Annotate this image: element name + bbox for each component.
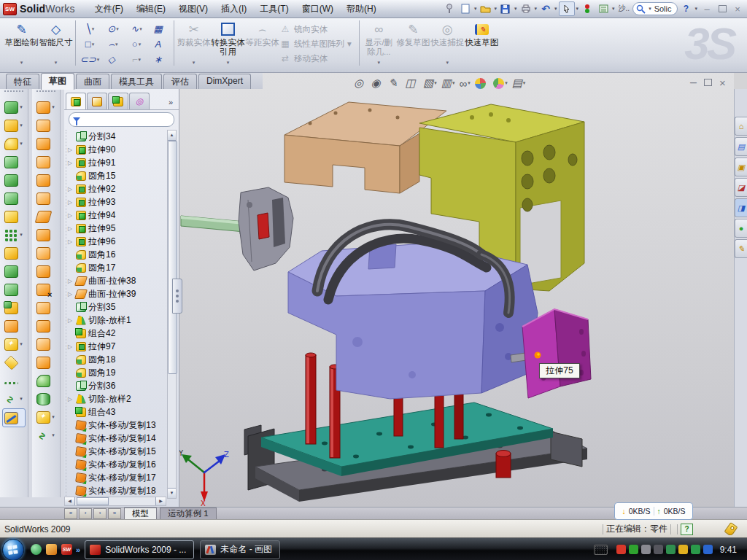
line-tool-icon[interactable]: ╲▾: [78, 21, 101, 36]
feature-tree-item[interactable]: ▷ 分割36: [68, 379, 169, 392]
smart-dimension-button[interactable]: ◇ 智能尺寸▾: [39, 19, 73, 67]
offset-surface-icon[interactable]: ▾: [35, 226, 57, 244]
ribbon-tab[interactable]: 曲面: [76, 74, 109, 89]
open-dropdown[interactable]: ▾: [494, 6, 497, 12]
planar-surface-icon[interactable]: ▾: [35, 208, 57, 225]
shell-icon[interactable]: ▾: [3, 190, 25, 207]
expand-arrow-icon[interactable]: ▷: [68, 225, 74, 232]
extruded-cut-icon[interactable]: ▾: [3, 117, 25, 134]
feature-tree-item[interactable]: ▷ 拉伸94: [68, 209, 169, 222]
display-delete-relations-button[interactable]: ∞ 显示/删除几...▾: [362, 19, 396, 67]
feature-tree-item[interactable]: ▷ 拉伸90: [68, 143, 169, 156]
tool-dropdown[interactable]: ▾: [52, 432, 55, 438]
quick-launch-overflow-chevron[interactable]: »: [76, 545, 80, 554]
split-feature-icon[interactable]: ▾: [3, 281, 25, 298]
ribbon-tab[interactable]: 评估: [163, 74, 197, 89]
ribbon-tab[interactable]: 草图: [41, 73, 74, 90]
mirror-entities-button[interactable]: ⚠ 镜向实体: [279, 23, 352, 36]
toolbox-icon[interactable]: ◪: [735, 178, 747, 197]
replace-face-icon[interactable]: ▾: [35, 299, 57, 316]
apply-scene-icon[interactable]: ▾: [493, 78, 508, 89]
feature-tree-item[interactable]: ▷ 拉伸93: [68, 195, 169, 209]
surface-revolve-icon[interactable]: ▾: [35, 117, 57, 134]
delete-face-icon[interactable]: ▾: [35, 281, 57, 298]
doc-minimize-button[interactable]: –: [690, 76, 697, 89]
quick-launch-messenger-icon[interactable]: [31, 544, 42, 555]
volume-icon[interactable]: [654, 545, 663, 554]
network-icon[interactable]: [666, 545, 676, 554]
menu-item[interactable]: 编辑(E): [130, 1, 172, 18]
taskbar-window-button[interactable]: 未命名 - 画图: [200, 540, 280, 559]
menu-item[interactable]: 视图(V): [172, 1, 214, 18]
view-settings-icon[interactable]: ▤▾: [512, 77, 526, 90]
view-orientation-icon[interactable]: ▧▾: [423, 77, 437, 90]
app-restore-button[interactable]: [716, 3, 729, 15]
truncated-toolbar-label[interactable]: 沙..: [619, 4, 630, 14]
fillet-feature-icon[interactable]: ▾: [3, 135, 25, 152]
design-library-icon[interactable]: ▣: [735, 158, 747, 176]
repair-sketch-button[interactable]: ✎ 修复草图: [396, 19, 430, 67]
point-ref-icon[interactable]: ▾: [3, 354, 25, 371]
tag-icon[interactable]: [724, 522, 738, 537]
print-icon[interactable]: [519, 2, 533, 15]
combine-feature-icon[interactable]: ▾: [3, 299, 25, 316]
sketch-tool-dropdown[interactable]: ▾: [139, 57, 142, 63]
bodies-icon[interactable]: ▾: [3, 262, 25, 280]
tool-dropdown[interactable]: ▾: [52, 104, 55, 110]
feature-tree-item[interactable]: ▷ 圆角15: [68, 169, 169, 182]
pattern-dropdown[interactable]: ▾: [347, 39, 352, 49]
more-tabs-button[interactable]: »: [169, 98, 177, 109]
scroll-up-button[interactable]: ▲: [168, 131, 176, 141]
feature-tree-item[interactable]: ▷ 实体-移动/复制13: [68, 419, 169, 432]
swept-boss-icon[interactable]: ▾: [3, 153, 25, 171]
circle-tool-icon[interactable]: ⊙▾: [101, 21, 125, 36]
view-tool-dropdown[interactable]: ▾: [452, 80, 455, 86]
sketch-draw-button[interactable]: ✎ 草图绘制▾: [4, 19, 39, 67]
reference-icon[interactable]: ▾: [35, 408, 57, 426]
menu-item[interactable]: 文件(F): [88, 1, 130, 18]
feature-tree-item[interactable]: ▷ 实体-移动/复制18: [68, 484, 169, 497]
view-tool-dropdown[interactable]: ▾: [505, 80, 508, 86]
expand-arrow-icon[interactable]: ▷: [68, 291, 74, 298]
rapid-sketch-button[interactable]: ✎ 快速草图: [465, 19, 499, 67]
search-input[interactable]: Solic: [654, 4, 672, 13]
feature-tree-item[interactable]: ▷ 分割34: [68, 130, 169, 143]
help-icon[interactable]: ?: [678, 2, 693, 15]
sketch-tool-dropdown[interactable]: ▾: [115, 42, 118, 47]
reference-geometry-icon[interactable]: ▾: [3, 335, 25, 353]
pin-toolbar-icon[interactable]: [442, 2, 457, 15]
view-tool-dropdown[interactable]: ▾: [468, 80, 471, 86]
select-dropdown[interactable]: ▾: [576, 6, 579, 12]
polygon-tool-icon[interactable]: ◇▾: [101, 52, 125, 67]
warning-icon[interactable]: [678, 545, 688, 554]
feature-tree-item[interactable]: ▷ 拉伸95: [68, 222, 169, 235]
start-button[interactable]: [2, 539, 24, 560]
feature-tree-item[interactable]: ▷ 拉伸96: [68, 235, 169, 248]
ribbon-tab[interactable]: 模具工具: [111, 74, 162, 89]
doc-close-button[interactable]: ×: [719, 77, 726, 89]
scroll-left-button[interactable]: ◀: [65, 497, 75, 505]
untrim-surface-icon[interactable]: ▾: [35, 354, 57, 371]
doc-restore-button[interactable]: [704, 76, 712, 89]
feature-tree-item[interactable]: ▷ 实体-移动/复制16: [68, 458, 169, 471]
menu-item[interactable]: 帮助(H): [340, 1, 383, 18]
sketch-tool-dropdown[interactable]: ▾: [97, 57, 100, 63]
tool-dropdown[interactable]: ▾: [20, 122, 23, 128]
tree-vertical-scrollbar[interactable]: ▲ ▼: [167, 130, 177, 499]
feature-tree-item[interactable]: ▷ 分割35: [68, 300, 169, 314]
thicken-icon[interactable]: ▾: [35, 317, 57, 335]
sketch-tool-dropdown[interactable]: ▾: [92, 26, 95, 32]
panel-splitter-grip[interactable]: [172, 279, 182, 314]
slot-tool-icon[interactable]: ⊂⊃▾: [78, 52, 101, 67]
save-dropdown[interactable]: ▾: [514, 6, 517, 12]
solid-body-icon[interactable]: ▾: [35, 390, 57, 408]
scroll-thumb[interactable]: [168, 141, 177, 374]
offset-entities-button[interactable]: ⌢ 等距实体: [245, 19, 279, 67]
scroll-down-button[interactable]: ▼: [168, 488, 176, 498]
extruded-boss-icon[interactable]: ▾: [3, 98, 25, 116]
view-tool-dropdown[interactable]: ▾: [434, 80, 437, 86]
quick-snaps-button[interactable]: ◎ 快速捕捉▾: [430, 19, 465, 67]
ellipse-tool-icon[interactable]: ○▾: [125, 36, 148, 52]
lofted-boss-icon[interactable]: ▾: [3, 171, 25, 189]
new-document-icon[interactable]: [458, 2, 473, 15]
